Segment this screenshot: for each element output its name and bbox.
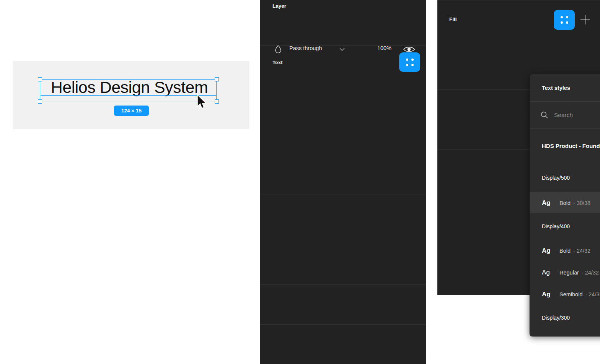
style-sample: Ag: [542, 291, 559, 298]
selection-handle-bottom-right[interactable]: [215, 99, 219, 104]
divider: [260, 195, 426, 195]
color-styles-button[interactable]: [554, 10, 575, 30]
size-badge: 124 × 15: [114, 106, 149, 116]
divider: [260, 248, 426, 248]
style-sample: Ag: [542, 247, 559, 255]
selection-handle-bottom-left[interactable]: [38, 99, 42, 104]
style-group-label: Display/300: [542, 315, 600, 324]
blend-mode-icon: [274, 44, 282, 54]
divider: [260, 324, 426, 325]
divider: [260, 353, 426, 353]
text-styles-search-input[interactable]: [554, 112, 600, 119]
text-styles-popup: Text styles HDS Product - Foundations Di…: [530, 74, 600, 336]
selection-baseline: [41, 95, 216, 96]
search-icon: [540, 111, 549, 119]
add-fill-icon[interactable]: [579, 14, 591, 26]
chevron-down-icon[interactable]: [339, 47, 345, 51]
text-style-row[interactable]: Ag Regular · 24/32: [530, 262, 600, 283]
selection-box[interactable]: [40, 79, 217, 101]
blend-mode-row: Pass through 100%: [260, 20, 426, 39]
library-name: HDS Product - Foundations: [542, 143, 600, 152]
text-styles-popup-title: Text styles: [542, 85, 600, 91]
style-group-label: Display/400: [542, 223, 600, 232]
style-group-label: Display/500: [542, 175, 600, 184]
styles-dots-icon: [561, 16, 568, 24]
layer-opacity-value[interactable]: 100%: [370, 45, 391, 51]
style-sample: Ag: [542, 269, 559, 276]
layer-section-title: Layer: [272, 3, 286, 9]
export-section: Export: [260, 326, 426, 345]
text-section-title: Text: [272, 60, 283, 65]
properties-panel: Layer Pass through 100% Text Export Text…: [260, 0, 426, 364]
styles-dots-icon: [406, 58, 414, 66]
mouse-cursor: [197, 94, 207, 110]
fill-section-title: Fill: [449, 16, 457, 22]
text-style-row[interactable]: Ag Semibold · 24/32: [530, 283, 600, 305]
selection-handle-top-left[interactable]: [38, 77, 42, 81]
selection-handle-top-right[interactable]: [215, 77, 219, 81]
text-style-row[interactable]: Ag Bold · 24/32: [530, 240, 600, 262]
text-styles-button[interactable]: [399, 52, 420, 72]
text-styles-list: HDS Product - Foundations Display/500 Ag…: [530, 143, 600, 336]
divider: [260, 45, 426, 46]
text-styles-search-row: [530, 102, 600, 129]
text-styles-popup-header: Text styles: [530, 74, 600, 102]
style-sample: Ag: [542, 199, 559, 207]
divider: [260, 284, 426, 285]
blend-mode-select[interactable]: Pass through: [289, 45, 322, 51]
text-style-row[interactable]: Ag Bold · 30/38: [530, 192, 600, 213]
